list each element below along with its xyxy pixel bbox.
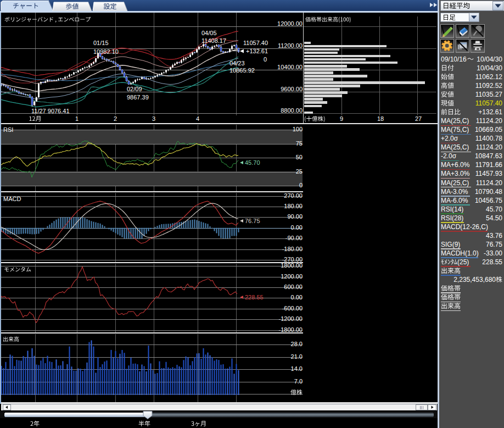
svg-text:MA(75,C): MA(75,C) <box>441 126 469 134</box>
svg-text:10790.48: 10790.48 <box>475 188 502 196</box>
svg-text:4: 4 <box>196 115 199 122</box>
svg-text:-270.00: -270.00 <box>282 256 303 263</box>
svg-text:MACDH(1.0): MACDH(1.0) <box>441 249 479 257</box>
svg-text:11124.20: 11124.20 <box>476 143 503 151</box>
svg-text:9: 9 <box>340 115 343 122</box>
svg-text:11124.20: 11124.20 <box>476 179 503 187</box>
svg-text:11062.12: 11062.12 <box>475 73 502 81</box>
svg-text:10865.92: 10865.92 <box>229 67 255 74</box>
svg-text:11408.17: 11408.17 <box>201 37 226 44</box>
svg-text:11200.00: 11200.00 <box>278 42 303 49</box>
svg-text:10/04/30: 10/04/30 <box>477 55 502 63</box>
svg-text:76.75: 76.75 <box>245 218 260 224</box>
svg-text:11457.93: 11457.93 <box>475 170 502 177</box>
svg-text:10669.05: 10669.05 <box>475 126 502 134</box>
svg-text:228.55: 228.55 <box>245 294 264 301</box>
svg-text:-2.0σ: -2.0σ <box>441 152 457 160</box>
svg-text:04/05: 04/05 <box>201 30 217 36</box>
svg-text:+132.61: +132.61 <box>246 48 268 54</box>
svg-text:0: 0 <box>299 182 303 188</box>
svg-text:MACD: MACD <box>3 196 21 202</box>
svg-text:1200.00: 1200.00 <box>281 273 303 280</box>
svg-text:18: 18 <box>377 115 384 122</box>
svg-text:0.00: 0.00 <box>291 294 303 301</box>
svg-text:21.0: 21.0 <box>291 353 303 360</box>
svg-text:09/10/16: 09/10/16 <box>441 55 467 63</box>
svg-text:8800.00: 8800.00 <box>281 107 303 114</box>
svg-text:11400.78: 11400.78 <box>475 135 502 142</box>
svg-text:11092.52: 11092.52 <box>475 82 502 90</box>
svg-text:-33.00: -33.00 <box>484 249 502 257</box>
svg-text:10400.00: 10400.00 <box>277 64 303 70</box>
svg-text:11791.66: 11791.66 <box>475 161 502 169</box>
svg-text:-600.00: -600.00 <box>282 305 303 312</box>
svg-text:RSI(14): RSI(14) <box>441 205 463 213</box>
svg-text:(25): (25) <box>457 258 469 266</box>
svg-text:9600.00: 9600.00 <box>281 86 303 92</box>
svg-text:28.0: 28.0 <box>291 341 303 347</box>
svg-text:27: 27 <box>415 115 422 122</box>
svg-text:7.0: 7.0 <box>294 378 303 385</box>
svg-text:228.55: 228.55 <box>482 258 502 266</box>
svg-text:600.00: 600.00 <box>284 284 303 290</box>
svg-text:2: 2 <box>114 115 117 122</box>
svg-text:3: 3 <box>152 115 155 122</box>
svg-text:MACD(12-26,C): MACD(12-26,C) <box>441 223 488 231</box>
svg-text:2,235,453,680: 2,235,453,680 <box>453 276 496 284</box>
svg-text:MA(25,C): MA(25,C) <box>441 117 469 125</box>
svg-text:MA-3.0%: MA-3.0% <box>441 188 468 196</box>
svg-text:100: 100 <box>293 126 303 132</box>
svg-text:10/04/30: 10/04/30 <box>477 64 502 72</box>
svg-text:MA+6.0%: MA+6.0% <box>441 161 470 169</box>
svg-text:11057.40: 11057.40 <box>475 99 502 107</box>
svg-text:MA-6.0%: MA-6.0% <box>441 197 468 204</box>
svg-text:11057.40: 11057.40 <box>243 40 268 46</box>
svg-text:MA+3.0%: MA+3.0% <box>441 170 470 177</box>
svg-text:75: 75 <box>296 140 303 147</box>
svg-text:RSI: RSI <box>3 126 13 133</box>
svg-text:43.76: 43.76 <box>486 232 502 240</box>
svg-text:10456.75: 10456.75 <box>475 197 502 204</box>
svg-text:90.00: 90.00 <box>287 213 303 220</box>
svg-text:0.00: 0.00 <box>291 224 303 231</box>
svg-text:-1200.00: -1200.00 <box>279 315 303 322</box>
svg-text:45.70: 45.70 <box>486 205 502 213</box>
svg-text:01/15: 01/15 <box>93 40 109 46</box>
svg-text:25: 25 <box>296 168 303 175</box>
svg-text:54.50: 54.50 <box>486 214 502 222</box>
svg-text:02/09: 02/09 <box>127 86 142 92</box>
svg-text:45.70: 45.70 <box>245 159 260 166</box>
svg-text:RSI(28): RSI(28) <box>441 214 463 222</box>
svg-text:-90.00: -90.00 <box>285 235 303 241</box>
svg-text:14.0: 14.0 <box>291 365 303 372</box>
svg-text:76.75: 76.75 <box>486 241 502 248</box>
svg-text:11124.20: 11124.20 <box>476 117 503 125</box>
svg-text:+2.0σ: +2.0σ <box>441 135 458 142</box>
svg-text:0: 0 <box>264 56 267 63</box>
svg-text:04/23: 04/23 <box>229 60 245 66</box>
svg-text:1: 1 <box>75 115 79 122</box>
svg-text:12000.00: 12000.00 <box>277 20 303 27</box>
svg-text:-180.00: -180.00 <box>282 246 303 252</box>
svg-text:50: 50 <box>296 154 303 160</box>
svg-text:MA(25,C): MA(25,C) <box>441 179 469 187</box>
svg-text:11/27 9076.41: 11/27 9076.41 <box>31 108 70 114</box>
svg-text:10847.63: 10847.63 <box>475 152 502 160</box>
svg-text:MA(25,C): MA(25,C) <box>441 143 469 151</box>
svg-text:+132.61: +132.61 <box>478 108 502 116</box>
svg-text:180.00: 180.00 <box>284 203 303 209</box>
svg-text:SIG(9): SIG(9) <box>441 241 460 248</box>
svg-text:9867.39: 9867.39 <box>127 94 149 101</box>
svg-text:-1800.00: -1800.00 <box>279 326 303 333</box>
svg-text:270.00: 270.00 <box>284 192 303 199</box>
svg-text:11035.27: 11035.27 <box>475 91 502 98</box>
svg-text:10982.10: 10982.10 <box>93 48 119 55</box>
